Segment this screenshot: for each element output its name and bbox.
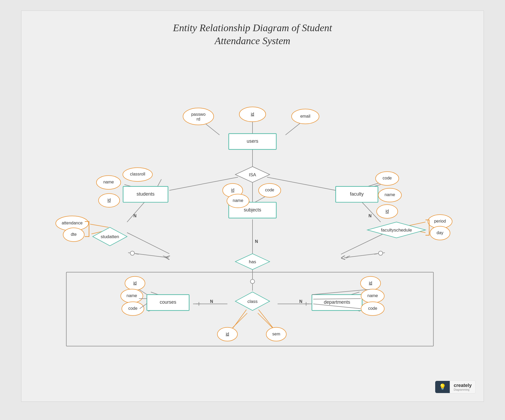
entity-faculty: faculty [350,191,364,197]
attr-faculty-id: id [385,209,389,213]
main-container: Entity Relationship Diagram of Student A… [21,11,484,402]
svg-line-40 [163,256,166,257]
entity-users: users [247,139,258,144]
card-faculty-facultyschedule: N [369,214,372,218]
creately-logo: 💡 creately Diagramming [435,380,476,394]
rel-isa: ISA [249,172,256,177]
logo-bulb-icon: 💡 [439,384,446,390]
logo-sub-text: Diagramming [454,388,472,391]
rel-class: class [247,299,258,304]
svg-line-94 [233,310,246,327]
svg-point-46 [250,279,255,284]
attr-departments-id: id [369,281,372,285]
rel-facultyschedule: facultyschedule [381,228,412,233]
svg-line-24 [341,233,386,254]
attr-users-password: passwo [191,112,205,117]
svg-point-37 [130,251,135,255]
card-courses-class: N [210,299,213,304]
card-departments-class: N [299,299,302,304]
attr-subjects-name: name [233,198,243,203]
attr-departments-code: code [368,306,377,311]
attr-courses-name: name [127,293,137,298]
attr-departments-name: name [368,293,378,298]
attr-subjects-id: id [231,188,234,192]
rel-studatten: studatten [101,234,119,239]
attr-faculty-code: code [383,176,392,180]
diagram-title: Entity Relationship Diagram of Student A… [21,11,484,53]
attr-studatten-dte: dte [71,232,77,237]
rel-has: has [249,259,256,264]
svg-line-1 [204,122,219,135]
attr-students-name: name [103,180,114,184]
diagram-area: users students faculty subjects courses … [21,53,484,410]
attr-subjects-code: code [265,188,274,192]
svg-line-19 [127,233,169,254]
entity-students: students [136,191,154,197]
svg-line-16 [127,201,146,222]
attr-users-password2: rd [196,117,200,121]
attr-facultyschedule-period: period [434,219,446,223]
logo-brand-text: creately [454,383,472,388]
er-diagram-svg: users students faculty subjects courses … [21,53,484,410]
entity-courses: courses [160,299,176,305]
svg-line-34 [230,313,247,330]
logo-right-panel: creately Diagramming [450,380,476,394]
attr-facultyschedule-day: day [437,230,443,235]
card-subjects-has: N [255,239,258,244]
svg-line-95 [259,310,273,327]
attr-studatten-attendance: attendance [62,221,82,225]
svg-line-2 [286,122,301,135]
attr-students-classroll: classroll [130,172,145,176]
attr-class-sem: sem [272,332,280,336]
logo-left-panel: 💡 [435,381,450,393]
entity-subjects: subjects [244,207,261,213]
attr-users-id: id [251,112,254,116]
card-students-studatten: N [134,214,137,218]
attr-users-email: email [300,114,310,118]
attr-class-id: id [226,332,229,336]
title-line2: Attendance System [215,35,290,46]
title-line1: Entity Relationship Diagram of Student [173,22,332,33]
attr-faculty-name: name [384,192,395,197]
attr-students-id: id [107,198,111,202]
attr-courses-code: code [128,306,137,311]
attr-courses-id: id [133,281,136,285]
svg-point-42 [378,251,383,255]
svg-line-45 [347,256,350,257]
svg-line-17 [90,224,109,227]
entity-departments: departments [324,299,350,305]
